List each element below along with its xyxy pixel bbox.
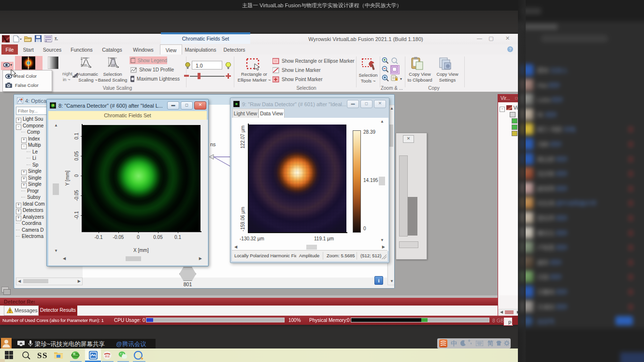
results-node-icon[interactable] (512, 125, 517, 130)
tree-item[interactable]: Progr (21, 188, 39, 195)
tree-item[interactable]: +Single (21, 175, 42, 181)
taskbar-tencent-meeting[interactable] (134, 351, 144, 360)
tree-item[interactable]: +Single (21, 168, 42, 175)
camera-restore-button[interactable]: ◻ (181, 101, 193, 110)
ime-mode-cn[interactable]: 中 (451, 339, 457, 348)
tree-item[interactable]: Subsy (21, 195, 41, 201)
raw-detector-window[interactable]: 9: "Raw Data Detector" (# 601) after "Id… (230, 97, 389, 263)
ribbon-tab-functions[interactable]: Functions (68, 44, 95, 55)
zoom-out-icon[interactable] (382, 66, 390, 74)
taskbar-app-window-active[interactable] (89, 351, 98, 360)
taskbar-browser-green[interactable] (71, 351, 80, 360)
results-dock-titlebar[interactable]: Vir...□× (498, 95, 521, 102)
taskbar-app-s-logo[interactable]: SS (37, 351, 49, 360)
filter-input[interactable] (16, 107, 50, 115)
share-link[interactable]: @腾讯会议 (116, 340, 146, 348)
brightness-minus-button[interactable] (184, 75, 189, 77)
ribbon-tab-file[interactable]: File (1, 44, 18, 55)
tree-item[interactable]: Electroma (16, 234, 43, 240)
ribbon-tab-view[interactable]: View (160, 44, 182, 55)
selection-item-2[interactable]: Show Point Marker (272, 75, 355, 83)
raw-close-button[interactable]: ✕ (374, 100, 386, 108)
brightness-slider-track[interactable] (190, 76, 225, 77)
selection-based-scaling-icon[interactable]: maxmin (107, 56, 119, 70)
ribbon-tab-sources[interactable]: Sources (41, 44, 64, 55)
raw-minimize-button[interactable]: ▬ (347, 100, 359, 108)
selection-tools-button[interactable]: SelectionTools ~ (358, 72, 377, 84)
new-document-icon[interactable] (13, 35, 22, 42)
tab-detector-results[interactable]: Detector Results (39, 306, 77, 316)
zoom-selection-icon[interactable] (391, 66, 399, 74)
save-icon[interactable] (35, 35, 42, 42)
minimize-button[interactable]: — (475, 36, 484, 42)
raw-h-scrollbar[interactable]: ◀▶ (233, 244, 386, 251)
tree-item[interactable]: Camera D (16, 227, 44, 234)
taskbar-wechat[interactable] (118, 351, 127, 360)
ime-settings-gear-icon[interactable] (504, 340, 510, 346)
open-file-icon[interactable] (24, 36, 32, 42)
camera-v-scrollbar[interactable]: ▲▼ (52, 123, 59, 254)
taskbar-file-explorer[interactable] (54, 351, 63, 360)
raw-restore-button[interactable]: ◻ (360, 100, 372, 108)
ribbon-tab-detectors[interactable]: Detectors (221, 44, 247, 55)
tree-item[interactable]: Sp (27, 162, 38, 168)
dock-caption-bar[interactable]: Detector Results (0, 298, 498, 306)
tree-item[interactable]: Comp (21, 129, 40, 136)
brightness-value-field[interactable]: 1.0 (192, 61, 222, 70)
taskbar-windows-start[interactable] (5, 351, 14, 360)
results-node-icon[interactable] (512, 118, 517, 124)
tree-item[interactable]: +Analyzers (16, 214, 44, 221)
camera-close-button[interactable]: ✕ (194, 101, 206, 110)
automatic-scaling-icon[interactable]: maxmin (80, 56, 92, 70)
info-button[interactable]: i (374, 276, 383, 285)
ime-skin-icon[interactable] (496, 340, 502, 346)
automatic-scaling-label[interactable]: AutomaticScaling ~ (78, 71, 98, 83)
tree-item[interactable]: +Single (21, 181, 42, 188)
taskbar-search[interactable] (22, 351, 30, 360)
camera-detector-window[interactable]: 8: "Camera Detector" (# 600) after "Idea… (46, 99, 209, 266)
ime-punct-icon[interactable]: °, (468, 339, 472, 345)
results-node-icon[interactable] (510, 112, 515, 117)
ime-sogou-icon[interactable] (439, 339, 447, 348)
brightness-plus-button[interactable] (226, 73, 231, 79)
selection-item-0[interactable]: Show Rectangle or Ellipse Marker (272, 57, 355, 65)
tree-horizontal-scrollbar[interactable]: ◀▶ (16, 278, 83, 285)
close-button[interactable]: ✕ (503, 36, 512, 42)
menu-item-false-color[interactable]: False Color (3, 81, 50, 90)
camera-minimize-button[interactable]: ▬ (167, 101, 179, 110)
ribbon-tab-manipulations[interactable]: Manipulations (184, 44, 217, 55)
tree-item[interactable]: -Compone (16, 123, 43, 129)
tree-item[interactable]: +Index (21, 136, 40, 142)
tree-item[interactable]: -Multip (21, 142, 41, 149)
tab-data-view[interactable]: Data View (258, 109, 285, 118)
tree-item[interactable]: +Light Sou (16, 116, 43, 123)
tree-item[interactable]: Le (27, 149, 38, 155)
camera-h-scrollbar[interactable]: ◀▶ (62, 255, 203, 262)
titlebar[interactable]: ▾ Wyrowski VirtualLab Fusion 2021.1 (Bui… (0, 34, 521, 44)
ime-simplified[interactable]: 简 (487, 339, 493, 348)
ribbon-tab-catalogs[interactable]: Catalogs (100, 44, 125, 55)
parameter-run-icon[interactable] (44, 35, 52, 42)
zoom-lock-icon[interactable] (391, 74, 399, 83)
results-dock-p-tab[interactable]: P (503, 317, 513, 326)
tab-light-view[interactable]: Light View (232, 109, 258, 118)
tree-item[interactable]: +Ideal Com (16, 201, 45, 208)
show-1d-profile-button[interactable]: Show 1D Profile (129, 66, 174, 73)
tab-messages[interactable]: Messages (4, 306, 39, 316)
ribbon-tab-start[interactable]: Start (20, 44, 37, 55)
rectangle-ellipse-marker-button[interactable]: Rectangle orEllipse Marker ~ (238, 71, 271, 83)
selection-item-1[interactable]: Show Line Marker (272, 66, 355, 74)
raw-v-scrollbar[interactable]: ▲▼ (378, 119, 386, 243)
mini-window-icon-back[interactable] (3, 289, 11, 295)
copy-view-to-clipboard-button[interactable]: Copy Viewto Clipboard (407, 71, 432, 83)
tree-item[interactable]: Li (27, 155, 36, 162)
background-dialog-close-icon[interactable]: ✕ (403, 135, 414, 143)
resize-grip[interactable] (382, 254, 386, 259)
zoom-in-icon[interactable] (382, 57, 390, 65)
grayscale-gradient-icon[interactable] (48, 56, 58, 69)
ime-keyboard-icon[interactable] (476, 341, 483, 346)
zoom-window-icon[interactable] (391, 57, 399, 65)
contextual-tab-group[interactable]: Chromatic Fields Set (161, 32, 250, 44)
ribbon-tab-windows[interactable]: Windows (131, 44, 156, 55)
quick-access-more-icon[interactable]: ▾ (55, 36, 58, 40)
